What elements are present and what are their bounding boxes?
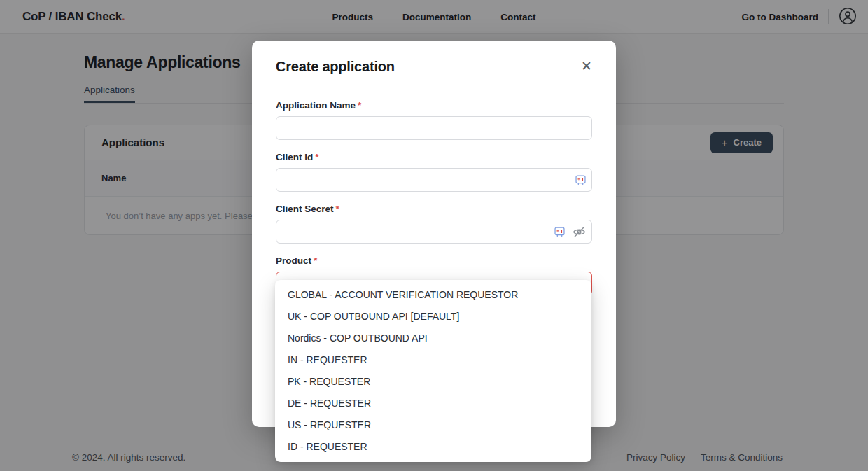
svg-text:*: * <box>578 176 580 183</box>
field-client-id: Client Id* * <box>276 153 592 192</box>
dropdown-option[interactable]: Nordics - COP OUTBOUND API <box>275 328 592 349</box>
autofill-icon[interactable]: * <box>575 175 586 185</box>
required-marker: * <box>315 152 318 162</box>
dropdown-option[interactable]: DE - REQUESTER <box>275 393 592 414</box>
required-marker: * <box>336 204 340 214</box>
dropdown-option[interactable]: ID - REQUESTER <box>275 436 592 458</box>
autofill-icon[interactable]: * <box>554 227 565 237</box>
application-name-label: Application Name* <box>276 101 592 110</box>
field-client-secret: Client Secret* * <box>276 204 592 244</box>
product-label: Product* <box>276 256 592 265</box>
svg-text:*: * <box>556 228 559 234</box>
eye-off-icon[interactable] <box>573 225 586 239</box>
dropdown-option[interactable]: US - REQUESTER <box>275 414 592 436</box>
dropdown-option[interactable]: GLOBAL - ACCOUNT VERIFICATION REQUESTOR <box>275 284 592 306</box>
modal-body: Application Name* Client Id* * <box>252 85 616 295</box>
client-id-label: Client Id* <box>276 153 592 162</box>
required-marker: * <box>314 255 317 266</box>
client-secret-input[interactable] <box>276 220 592 244</box>
close-icon[interactable]: ✕ <box>578 58 595 74</box>
application-name-input[interactable] <box>276 116 592 140</box>
product-dropdown: GLOBAL - ACCOUNT VERIFICATION REQUESTOR … <box>275 280 592 462</box>
required-marker: * <box>358 100 361 111</box>
dropdown-option[interactable]: PK - REQUESTER <box>275 371 592 393</box>
client-id-input[interactable] <box>276 168 592 192</box>
modal-title: Create application <box>276 58 578 75</box>
dropdown-option[interactable]: UK - COP OUTBOUND API [DEFAULT] <box>275 306 592 328</box>
field-application-name: Application Name* <box>276 101 592 140</box>
modal-header: Create application ✕ <box>252 41 616 75</box>
client-secret-label: Client Secret* <box>276 204 592 213</box>
dropdown-option[interactable]: IN - REQUESTER <box>275 349 592 371</box>
